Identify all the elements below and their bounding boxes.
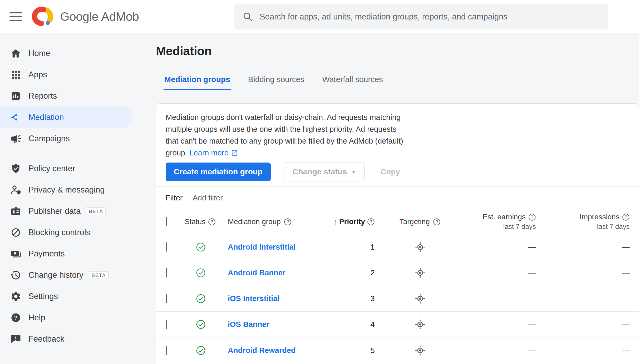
copy-button[interactable]: Copy bbox=[372, 163, 408, 181]
sidebar-item-mediation[interactable]: Mediation bbox=[0, 107, 133, 128]
sidebar-item-label: Help bbox=[28, 313, 45, 322]
change-status-label: Change status bbox=[293, 167, 347, 176]
est-earnings-value: — bbox=[462, 269, 536, 277]
impressions-value: — bbox=[536, 294, 630, 303]
change-status-button[interactable]: Change status▼ bbox=[284, 162, 365, 181]
megaphone-icon bbox=[9, 132, 22, 145]
sidebar-item-label: Campaigns bbox=[28, 134, 70, 143]
sidebar-item-label: Reports bbox=[28, 91, 57, 101]
help-icon[interactable]: ? bbox=[367, 218, 375, 226]
column-impressions: Impressions bbox=[580, 213, 619, 221]
help-icon[interactable]: ? bbox=[622, 213, 630, 221]
tab-mediation-groups[interactable]: Mediation groups bbox=[164, 75, 231, 90]
priority-value: 2 bbox=[338, 269, 378, 277]
sidebar-item-apps[interactable]: Apps bbox=[0, 64, 133, 85]
targeting-icon[interactable] bbox=[415, 241, 426, 253]
table-row: iOS Interstitial 3 — — bbox=[156, 286, 639, 312]
sidebar-nav: Home Apps Reports bbox=[0, 33, 141, 364]
scrollbar-gutter[interactable] bbox=[639, 34, 641, 364]
main-content: Mediation Mediation groups Bidding sourc… bbox=[141, 33, 641, 364]
row-checkbox[interactable] bbox=[166, 242, 167, 252]
mediation-group-link[interactable]: Android Banner bbox=[228, 269, 285, 277]
status-active-icon bbox=[196, 319, 206, 330]
status-active-icon bbox=[196, 294, 206, 304]
status-active-icon bbox=[196, 345, 206, 356]
tab-bar: Mediation groups Bidding sources Waterfa… bbox=[164, 75, 641, 90]
sidebar-item-reports[interactable]: Reports bbox=[0, 85, 133, 107]
blocked-circle-icon bbox=[9, 226, 22, 239]
sidebar-item-feedback[interactable]: Feedback bbox=[0, 328, 133, 350]
select-all-checkbox[interactable] bbox=[166, 217, 167, 226]
table-row: iOS Banner 4 — — bbox=[156, 312, 639, 337]
mediation-group-link[interactable]: Android Interstitial bbox=[228, 243, 296, 251]
sidebar-item-label: Policy center bbox=[28, 164, 75, 173]
sidebar-item-help[interactable]: ? Help bbox=[0, 307, 133, 328]
id-badge-icon bbox=[9, 205, 22, 218]
targeting-icon[interactable] bbox=[415, 267, 426, 279]
sidebar-item-privacy-messaging[interactable]: Privacy & messaging bbox=[0, 179, 133, 200]
sidebar-item-campaigns[interactable]: Campaigns bbox=[0, 128, 133, 149]
banknote-icon bbox=[9, 247, 22, 260]
admob-logo-icon bbox=[32, 5, 55, 28]
priority-value: 3 bbox=[338, 294, 378, 303]
est-earnings-value: — bbox=[462, 243, 536, 251]
row-checkbox[interactable] bbox=[166, 320, 167, 329]
row-checkbox[interactable] bbox=[166, 346, 167, 355]
table-row: Android Rewarded 5 — — bbox=[156, 337, 639, 363]
row-checkbox[interactable] bbox=[166, 294, 167, 303]
help-icon[interactable]: ? bbox=[433, 218, 441, 226]
tab-waterfall-sources[interactable]: Waterfall sources bbox=[322, 75, 383, 90]
status-active-icon bbox=[196, 242, 206, 252]
help-icon[interactable]: ? bbox=[284, 218, 292, 226]
info-line-last: group. Learn more bbox=[166, 147, 629, 159]
sidebar-item-home[interactable]: Home bbox=[0, 43, 133, 64]
targeting-icon[interactable] bbox=[415, 319, 426, 330]
sidebar-item-label: Home bbox=[28, 49, 50, 58]
shield-check-icon bbox=[9, 162, 22, 175]
mediation-group-link[interactable]: iOS Interstitial bbox=[228, 294, 280, 303]
column-targeting: Targeting bbox=[400, 218, 430, 226]
est-earnings-value: — bbox=[462, 346, 536, 355]
sidebar-item-label: Mediation bbox=[28, 113, 64, 122]
learn-more-link[interactable]: Learn more bbox=[189, 149, 238, 157]
info-line: multiple groups will use the one with th… bbox=[166, 123, 629, 135]
tab-bidding-sources[interactable]: Bidding sources bbox=[248, 75, 305, 90]
brand-name: GoogleAdMob bbox=[60, 9, 139, 24]
column-impressions-sub: last 7 days bbox=[597, 223, 630, 231]
sidebar-item-payments[interactable]: Payments bbox=[0, 243, 133, 264]
svg-text:?: ? bbox=[625, 215, 627, 220]
bar-chart-icon bbox=[9, 90, 22, 102]
column-priority-sort[interactable]: ↑ Priority ? bbox=[338, 218, 378, 226]
add-filter-button[interactable]: Add filter bbox=[193, 194, 223, 202]
global-search[interactable] bbox=[234, 4, 608, 29]
priority-value: 4 bbox=[338, 320, 378, 329]
info-text: Mediation groups don't waterfall or dais… bbox=[156, 104, 639, 159]
sidebar-item-change-history[interactable]: Change history BETA bbox=[0, 264, 133, 286]
top-app-bar: GoogleAdMob bbox=[0, 0, 641, 33]
sidebar-item-label: Feedback bbox=[28, 334, 64, 344]
brand-google: Google bbox=[60, 10, 98, 23]
sidebar-item-label: Change history bbox=[28, 270, 83, 280]
sidebar-item-label: Publisher data bbox=[28, 206, 81, 216]
sort-ascending-icon: ↑ bbox=[333, 218, 337, 226]
help-icon[interactable]: ? bbox=[208, 218, 216, 226]
sidebar-item-label: Apps bbox=[28, 70, 47, 79]
row-checkbox[interactable] bbox=[166, 268, 167, 277]
search-input[interactable] bbox=[260, 12, 600, 22]
targeting-icon[interactable] bbox=[415, 293, 426, 304]
column-est-earnings-sub: last 7 days bbox=[503, 223, 536, 231]
sidebar-item-publisher-data[interactable]: Publisher data BETA bbox=[0, 200, 133, 222]
mediation-group-link[interactable]: iOS Banner bbox=[228, 320, 269, 328]
svg-text:?: ? bbox=[14, 314, 17, 321]
mediation-group-link[interactable]: Android Rewarded bbox=[228, 346, 296, 355]
menu-icon[interactable] bbox=[9, 12, 22, 21]
targeting-icon[interactable] bbox=[415, 345, 426, 356]
filter-bar: Filter Add filter bbox=[156, 187, 639, 209]
sidebar-item-label: Settings bbox=[28, 292, 58, 301]
help-icon[interactable]: ? bbox=[528, 213, 536, 221]
create-mediation-group-button[interactable]: Create mediation group bbox=[166, 163, 271, 181]
admob-logo[interactable]: GoogleAdMob bbox=[32, 5, 139, 28]
sidebar-item-policy-center[interactable]: Policy center bbox=[0, 158, 133, 179]
sidebar-item-settings[interactable]: Settings bbox=[0, 286, 133, 307]
sidebar-item-blocking-controls[interactable]: Blocking controls bbox=[0, 222, 133, 243]
